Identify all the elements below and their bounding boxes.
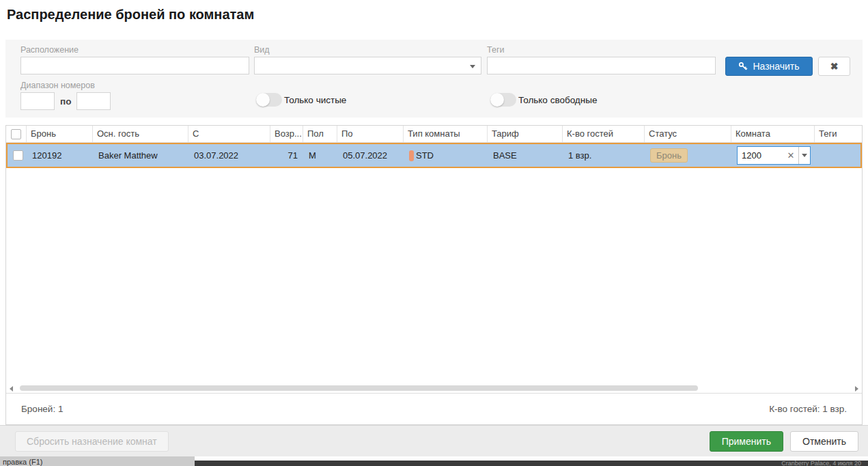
column-header-from[interactable]: С [188, 126, 270, 142]
column-header-room[interactable]: Комната [731, 126, 815, 142]
cell-room-type: STD [405, 150, 489, 161]
column-header-age[interactable]: Возр... [270, 126, 303, 142]
footer-right-buttons: Применить Отменить [710, 431, 858, 452]
only-clean-toggle[interactable] [256, 93, 282, 107]
room-input[interactable]: 1200 [738, 150, 783, 161]
tags-input[interactable] [487, 57, 716, 74]
cancel-button[interactable]: Отменить [790, 431, 858, 452]
column-header-status[interactable]: Статус [645, 126, 731, 142]
column-header-tags[interactable]: Теги [815, 126, 862, 142]
column-header-booking[interactable]: Бронь [27, 126, 93, 142]
tags-label: Теги [487, 45, 716, 55]
room-type-marker-icon [409, 150, 414, 161]
scroll-right-icon[interactable] [855, 386, 858, 392]
horizontal-scrollbar[interactable] [6, 383, 862, 393]
select-all-checkbox[interactable] [11, 129, 21, 139]
toggle-knob [490, 93, 504, 107]
dialog-footer: Сбросить назначение комнат Применить Отм… [0, 425, 868, 456]
column-header-room-type[interactable]: Тип комнаты [404, 126, 488, 142]
view-field: Вид [254, 45, 481, 74]
range-fields: по [20, 92, 111, 110]
scroll-left-icon[interactable] [10, 386, 13, 392]
reset-room-assignment-button[interactable]: Сбросить назначение комнат [15, 431, 169, 452]
chevron-down-icon [802, 154, 807, 157]
cell-status: Бронь [646, 148, 733, 163]
close-icon: ✖ [830, 61, 839, 72]
assign-rooms-dialog: Распределение броней по комнатам Располо… [0, 0, 868, 466]
filter-panel: Расположение Вид Теги Назначить ✖ Диапаз… [5, 40, 863, 118]
only-free-toggle[interactable] [490, 93, 516, 107]
location-field: Расположение [20, 45, 249, 74]
apply-button[interactable]: Применить [710, 431, 783, 452]
range-label: Диапазон номеров [20, 81, 95, 90]
spacer [0, 118, 868, 125]
underlying-window-sliver: правка (F1) Cranberry Palace, 4 июля 20 [0, 456, 868, 466]
guests-count: К-во гостей: 1 взр. [769, 404, 847, 414]
clear-room-icon[interactable]: ✕ [783, 150, 798, 161]
underlying-window-left-text: правка (F1) [0, 456, 195, 466]
key-icon [738, 61, 748, 71]
dialog-header: Распределение броней по комнатам [0, 0, 868, 40]
location-input[interactable] [20, 57, 249, 74]
row-select-cell [8, 150, 28, 161]
cell-gender: М [305, 150, 339, 161]
column-header-gender[interactable]: Пол [303, 126, 337, 142]
cell-room: 1200 ✕ [733, 146, 816, 165]
table-empty-area [6, 168, 862, 383]
cell-rate: BASE [489, 150, 564, 161]
column-header-guest-count[interactable]: К-во гостей [563, 126, 645, 142]
clear-filters-button[interactable]: ✖ [818, 57, 850, 76]
cell-booking: 120192 [28, 150, 94, 161]
location-label: Расположение [20, 45, 249, 55]
cell-main-guest: Baker Matthew [94, 150, 190, 161]
only-free-label: Только свободные [518, 95, 597, 105]
room-dropdown-button[interactable] [798, 147, 810, 164]
range-from-input[interactable] [20, 92, 55, 110]
room-editor[interactable]: 1200 ✕ [737, 146, 811, 165]
assign-button[interactable]: Назначить [725, 57, 813, 76]
scrollbar-thumb[interactable] [20, 385, 698, 391]
range-to-input[interactable] [76, 92, 111, 110]
summary-bar: Броней: 1 К-во гостей: 1 взр. [6, 393, 862, 424]
only-clean-toggle-group: Только чистые [256, 93, 346, 107]
assign-button-label: Назначить [753, 61, 799, 72]
select-all-cell [6, 126, 27, 142]
underlying-window-statusbar: Cranberry Palace, 4 июля 20 [195, 461, 868, 466]
room-type-code: STD [416, 150, 434, 161]
chevron-down-icon [470, 65, 475, 68]
tags-field: Теги [487, 45, 716, 74]
status-badge: Бронь [650, 148, 688, 163]
table-header-row: Бронь Осн. гость С Возр... Пол По Тип ко… [6, 126, 862, 143]
page-title: Распределение броней по комнатам [7, 7, 861, 23]
cell-from: 03.07.2022 [190, 150, 272, 161]
bookings-table: Бронь Осн. гость С Возр... Пол По Тип ко… [5, 125, 863, 425]
column-header-rate[interactable]: Тариф [488, 126, 563, 142]
view-select[interactable] [254, 57, 481, 74]
column-header-main-guest[interactable]: Осн. гость [93, 126, 188, 142]
cell-to: 05.07.2022 [339, 150, 405, 161]
column-header-to[interactable]: По [337, 126, 404, 142]
view-label: Вид [254, 45, 481, 55]
bookings-count: Броней: 1 [21, 404, 63, 414]
cell-guest-count: 1 взр. [564, 150, 646, 161]
table-row[interactable]: 120192 Baker Matthew 03.07.2022 71 М 05.… [6, 143, 862, 168]
only-free-toggle-group: Только свободные [490, 93, 597, 107]
toggle-knob [256, 93, 270, 107]
only-clean-label: Только чистые [284, 95, 346, 105]
cell-age: 71 [272, 150, 305, 161]
range-separator: по [60, 96, 71, 107]
row-checkbox[interactable] [13, 150, 23, 161]
